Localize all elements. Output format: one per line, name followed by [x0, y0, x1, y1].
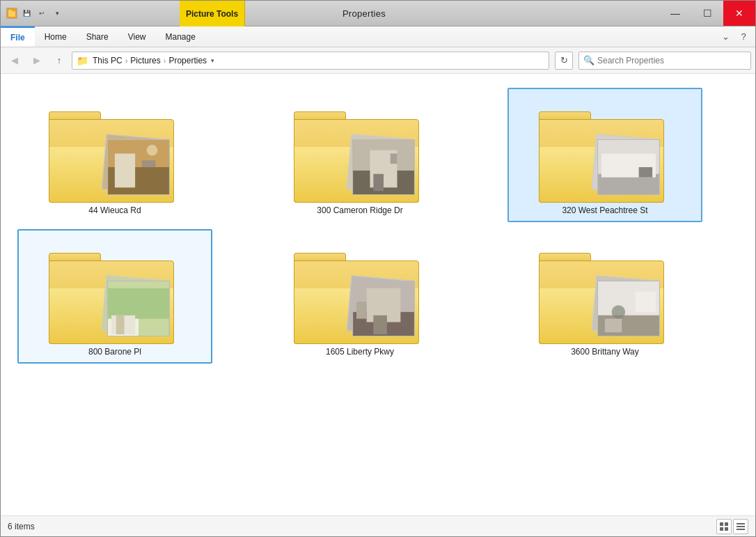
folder-icon-320-peachtree — [539, 95, 671, 203]
svg-point-7 — [147, 145, 158, 156]
tab-home[interactable]: Home — [35, 26, 77, 47]
svg-rect-16 — [639, 167, 653, 178]
breadcrumb-current: Properties — [168, 56, 207, 65]
svg-rect-35 — [720, 527, 723, 531]
view-buttons — [716, 519, 748, 534]
svg-rect-30 — [636, 292, 656, 312]
search-icon: 🔍 — [583, 55, 594, 65]
folder-icon-800-barone — [49, 236, 181, 344]
breadcrumb-pictures[interactable]: Pictures — [130, 56, 160, 65]
title-bar: 💾 ↩ ▾ Picture Tools Properties — ☐ ✕ — [1, 1, 755, 26]
folder-item-4[interactable]: 800 Barone Pl — [17, 229, 212, 364]
window-controls: — ☐ ✕ — [659, 1, 755, 26]
svg-rect-36 — [725, 527, 728, 531]
refresh-button[interactable]: ↻ — [555, 52, 573, 70]
ribbon-tabs: File Home Share View Manage — [1, 26, 205, 47]
folder-icon-3600-brittany — [539, 236, 671, 344]
search-input[interactable] — [597, 56, 746, 65]
picture-tools-tab[interactable]: Picture Tools — [180, 1, 245, 26]
breadcrumb-sep-1: › — [125, 56, 128, 65]
svg-rect-31 — [605, 319, 622, 333]
quick-access-save[interactable]: 💾 — [20, 7, 33, 20]
breadcrumb-bar[interactable]: 📁 This PC › Pictures › Properties ▾ — [72, 52, 549, 70]
app-icon — [6, 8, 17, 19]
folder-label-3: 320 West Peachtree St — [562, 205, 647, 215]
svg-point-32 — [612, 305, 626, 319]
ribbon-right: ⌄ ? — [718, 26, 755, 47]
quick-access-undo[interactable]: ↩ — [36, 7, 48, 20]
ribbon: File Home Share View Manage ⌄ ? — [1, 26, 755, 47]
svg-rect-1 — [8, 11, 15, 17]
back-button[interactable]: ◀ — [5, 52, 24, 70]
quick-access-dropdown[interactable]: ▾ — [51, 7, 63, 20]
title-bar-left: 💾 ↩ ▾ — [1, 1, 69, 26]
window-title: Properties — [69, 1, 659, 26]
folder-label-6: 3600 Brittany Way — [571, 347, 639, 357]
minimize-button[interactable]: — — [659, 1, 691, 26]
picture-tools-label: Picture Tools — [186, 9, 238, 19]
svg-rect-25 — [373, 316, 387, 334]
folder-label-1: 44 Wieuca Rd — [88, 205, 141, 215]
svg-rect-33 — [720, 522, 723, 526]
photo-card-front — [107, 281, 170, 336]
folder-label-2: 300 Cameron Ridge Dr — [317, 205, 402, 215]
photo-card-front — [597, 281, 660, 336]
close-button[interactable]: ✕ — [723, 1, 755, 26]
folder-item-2[interactable]: 300 Cameron Ridge Dr — [262, 88, 457, 222]
breadcrumb-sep-2: › — [164, 56, 166, 65]
maximize-button[interactable]: ☐ — [691, 1, 723, 26]
tab-file[interactable]: File — [1, 26, 35, 47]
svg-rect-12 — [391, 154, 397, 164]
svg-rect-38 — [737, 526, 745, 527]
search-box[interactable]: 🔍 — [578, 52, 751, 70]
folder-icon-1605-liberty — [294, 236, 426, 344]
folder-item-5[interactable]: 1605 Liberty Pkwy — [262, 229, 457, 364]
svg-rect-37 — [737, 523, 745, 524]
breadcrumb-this-pc[interactable]: This PC — [93, 56, 123, 65]
breadcrumb-folder-icon: 📁 — [77, 55, 88, 66]
tab-share[interactable]: Share — [77, 26, 118, 47]
svg-rect-11 — [373, 174, 384, 191]
address-bar: ◀ ▶ ↑ 📁 This PC › Pictures › Properties … — [1, 47, 755, 74]
photo-card-front — [352, 139, 415, 195]
main-content: 44 Wieuca Rd — [1, 74, 755, 515]
item-count: 6 items — [8, 522, 35, 531]
folder-icon-300-cameron — [294, 95, 426, 203]
ribbon-help-button[interactable]: ? — [736, 29, 751, 45]
forward-button[interactable]: ▶ — [27, 52, 47, 70]
breadcrumb-dropdown-icon[interactable]: ▾ — [211, 57, 214, 64]
folder-label-4: 800 Barone Pl — [88, 347, 141, 357]
svg-rect-6 — [142, 160, 156, 167]
tab-view[interactable]: View — [118, 26, 156, 47]
folder-item-3[interactable]: 320 West Peachtree St — [507, 88, 702, 222]
svg-rect-39 — [737, 529, 745, 530]
tab-manage[interactable]: Manage — [156, 26, 205, 47]
svg-rect-19 — [108, 288, 169, 319]
photo-card-front — [352, 281, 415, 336]
folder-item-6[interactable]: 3600 Brittany Way — [507, 229, 702, 364]
svg-rect-2 — [8, 10, 12, 12]
folder-label-5: 1605 Liberty Pkwy — [326, 347, 394, 357]
up-button[interactable]: ↑ — [49, 52, 69, 70]
ribbon-collapse-button[interactable]: ⌄ — [718, 29, 733, 45]
folder-icon-44-wieuca — [49, 95, 181, 203]
svg-rect-5 — [115, 154, 135, 188]
status-bar: 6 items — [1, 515, 755, 536]
photo-card-front — [107, 139, 170, 195]
folder-item-1[interactable]: 44 Wieuca Rd — [17, 88, 212, 222]
svg-rect-21 — [116, 316, 125, 334]
svg-rect-26 — [356, 302, 367, 318]
app-window: 💾 ↩ ▾ Picture Tools Properties — ☐ ✕ Fil… — [0, 0, 756, 537]
large-icons-view-button[interactable] — [716, 519, 732, 534]
photo-card-front — [597, 139, 660, 195]
svg-rect-34 — [725, 522, 728, 526]
folder-grid: 44 Wieuca Rd — [15, 85, 741, 366]
details-view-button[interactable] — [733, 519, 748, 534]
